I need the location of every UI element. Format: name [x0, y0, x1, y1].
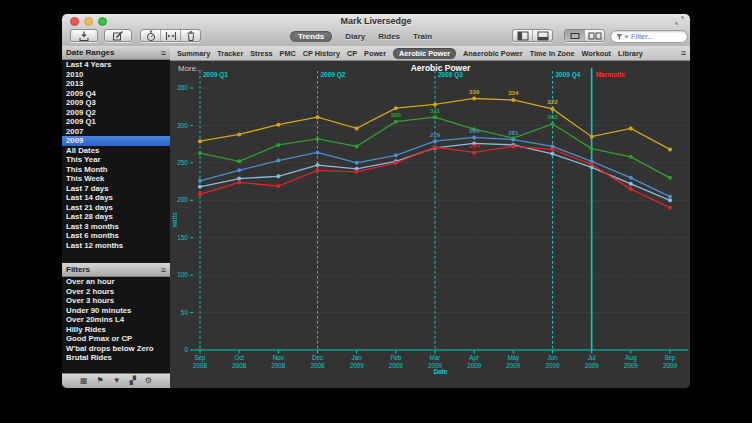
scope-tab-train[interactable]: Train — [413, 32, 432, 41]
manual-activity-button[interactable] — [104, 29, 132, 42]
chart-icon[interactable]: ▞ — [130, 374, 136, 388]
filter-over-20mins-l4[interactable]: Over 20mins L4 — [62, 315, 170, 325]
scope-tab-diary[interactable]: Diary — [345, 32, 365, 41]
svg-text:Oct2008: Oct2008 — [232, 354, 247, 369]
date-range-last-12-months[interactable]: Last 12 months — [62, 241, 170, 251]
window-titlebar: Mark Liversedge — [62, 14, 690, 27]
layout-toggles-group — [564, 29, 605, 42]
tabbar-menu-icon[interactable]: ≡ — [681, 48, 686, 58]
date-range-last-21-days[interactable]: Last 21 days — [62, 203, 170, 213]
tab-tracker[interactable]: Tracker — [217, 49, 243, 58]
window-body: Date Ranges ≡ Last 4 Years201020132009 Q… — [62, 46, 690, 388]
trend-chart: 2009 Q12009 Q22009 Q32009 Q4Marmotte0501… — [170, 60, 690, 375]
fullscreen-icon[interactable] — [675, 16, 684, 25]
tiled-view-icon — [569, 31, 581, 41]
stopwatch-icon — [145, 30, 157, 42]
date-range-2009-q2[interactable]: 2009 Q2 — [62, 108, 170, 118]
date-range-last-3-months[interactable]: Last 3 months — [62, 222, 170, 232]
window-title: Mark Liversedge — [62, 16, 690, 26]
filter-funnel-icon[interactable]: ▼ — [113, 374, 121, 388]
activity-tools-group — [140, 29, 201, 42]
filters-menu-icon[interactable]: ≡ — [161, 265, 166, 275]
window-chrome: Mark Liversedge — [62, 14, 690, 47]
tab-anaerobic-power[interactable]: Anaerobic Power — [463, 49, 523, 58]
date-ranges-header[interactable]: Date Ranges ≡ — [62, 46, 170, 60]
svg-text:Dec2008: Dec2008 — [310, 354, 325, 369]
tab-aerobic-power[interactable]: Aerobic Power — [393, 48, 456, 59]
quarter-label-2009-q4: 2009 Q4 — [556, 71, 581, 79]
svg-text:264: 264 — [469, 142, 480, 149]
tiled-view-button[interactable] — [565, 30, 585, 41]
date-range-2013[interactable]: 2013 — [62, 79, 170, 89]
date-range-all-dates[interactable]: All Dates — [62, 146, 170, 156]
svg-text:Sep2009: Sep2009 — [663, 354, 678, 369]
filter-good-pmax-or-cp[interactable]: Good Pmax or CP — [62, 334, 170, 344]
main-panel: SummaryTrackerStressPMCCP HistoryCPPower… — [170, 46, 690, 388]
scope-tab-rides[interactable]: Rides — [378, 32, 400, 41]
filter-w-bal-drops-below-zero[interactable]: W'bal drops below Zero — [62, 344, 170, 354]
chart-panel: 2009 Q12009 Q22009 Q32009 Q4Marmotte0501… — [170, 60, 690, 388]
svg-text:Jul2009: Jul2009 — [585, 354, 600, 369]
chart-title: Aerobic Power — [411, 63, 471, 73]
sidebar: Date Ranges ≡ Last 4 Years201020132009 Q… — [62, 46, 170, 388]
date-range-this-month[interactable]: This Month — [62, 165, 170, 175]
date-range-2010[interactable]: 2010 — [62, 70, 170, 80]
date-range-this-year[interactable]: This Year — [62, 155, 170, 165]
filters-header[interactable]: Filters ≡ — [62, 263, 170, 277]
toggle-sidebar-button[interactable] — [513, 30, 533, 41]
date-range-last-14-days[interactable]: Last 14 days — [62, 193, 170, 203]
filter-over-2-hours[interactable]: Over 2 hours — [62, 287, 170, 297]
filter-over-an-hour[interactable]: Over an hour — [62, 277, 170, 287]
tab-stress[interactable]: Stress — [250, 49, 272, 58]
trash-icon — [185, 30, 197, 42]
more-link[interactable]: More... — [178, 64, 203, 73]
filter-brutal-rides[interactable]: Brutal Rides — [62, 353, 170, 363]
tab-power[interactable]: Power — [364, 49, 386, 58]
svg-text:50: 50 — [181, 309, 189, 316]
tab-library[interactable]: Library — [618, 49, 643, 58]
svg-text:Aug2009: Aug2009 — [624, 354, 639, 369]
tab-cp[interactable]: CP — [347, 49, 357, 58]
filter-over-3-hours[interactable]: Over 3 hours — [62, 296, 170, 306]
delete-activity-button[interactable] — [181, 30, 200, 41]
toggle-lowbar-button[interactable] — [533, 30, 552, 41]
date-range-2009-q1[interactable]: 2009 Q1 — [62, 117, 170, 127]
date-range-2007[interactable]: 2007 — [62, 127, 170, 137]
date-range-last-28-days[interactable]: Last 28 days — [62, 212, 170, 222]
svg-text:279: 279 — [430, 131, 441, 138]
date-range-2009[interactable]: 2009 — [62, 136, 170, 146]
date-range-2009-q3[interactable]: 2009 Q3 — [62, 98, 170, 108]
scope-tab-trends[interactable]: Trends — [290, 31, 332, 42]
filter-input[interactable] — [631, 32, 681, 41]
tab-summary[interactable]: Summary — [177, 49, 210, 58]
tab-pmc[interactable]: PMC — [280, 49, 296, 58]
split-activity-button[interactable] — [161, 30, 181, 41]
download-activity-button[interactable] — [70, 29, 98, 42]
tab-cp-history[interactable]: CP History — [303, 49, 340, 58]
compose-icon — [112, 30, 124, 42]
split-arrows-icon — [165, 30, 177, 42]
axes: 050100150200250300350Sep2008Oct2008Nov20… — [171, 84, 688, 375]
date-ranges-menu-icon[interactable]: ≡ — [161, 48, 166, 58]
date-ranges-list: Last 4 Years201020132009 Q42009 Q32009 Q… — [62, 60, 170, 250]
date-range-last-4-years[interactable]: Last 4 Years — [62, 60, 170, 70]
date-range-this-week[interactable]: This Week — [62, 174, 170, 184]
tab-time-in-zone[interactable]: Time In Zone — [530, 49, 575, 58]
svg-text:May2009: May2009 — [506, 354, 521, 369]
svg-text:322: 322 — [547, 98, 558, 105]
date-range-last-7-days[interactable]: Last 7 days — [62, 184, 170, 194]
sidebar-toggle-icon — [517, 31, 529, 41]
stopwatch-button[interactable] — [141, 30, 161, 41]
x-axis-title: Date — [433, 368, 447, 375]
filter-funnel-icon[interactable] — [616, 33, 629, 41]
calendar-icon[interactable]: ▦ — [80, 374, 88, 388]
date-range-2009-q4[interactable]: 2009 Q4 — [62, 89, 170, 99]
date-range-last-6-months[interactable]: Last 6 months — [62, 231, 170, 241]
bookmark-icon[interactable]: ⚑ — [97, 374, 104, 388]
filter-hilly-rides[interactable]: Hilly Rides — [62, 325, 170, 335]
gear-icon[interactable]: ⚙ — [145, 374, 152, 388]
tab-workout[interactable]: Workout — [582, 49, 611, 58]
y-axis-title: watts — [171, 212, 178, 229]
filter-under-90-minutes[interactable]: Under 90 minutes — [62, 306, 170, 316]
tabbed-view-button[interactable] — [585, 30, 604, 41]
